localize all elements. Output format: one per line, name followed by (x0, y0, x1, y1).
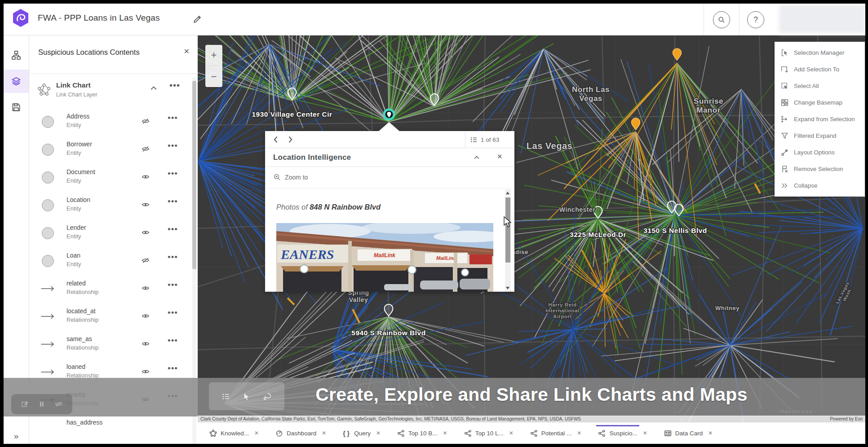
layers-icon (11, 76, 21, 86)
layer-list-item-Document[interactable]: Document Entity ••• (29, 163, 198, 191)
tab-dashboard[interactable]: Dashboard ✕ (275, 429, 326, 437)
tab-close-icon[interactable]: ✕ (441, 430, 447, 436)
visibility-on-eye-icon[interactable] (141, 284, 150, 292)
search-button[interactable] (713, 11, 730, 28)
tab-knowled-[interactable]: Knowled... ✕ (209, 429, 259, 437)
zoom-to-link[interactable]: Zoom to (285, 174, 308, 181)
context-menu-item-filtered-expand[interactable]: Filtered Expand (775, 127, 865, 144)
tab-close-icon[interactable]: ✕ (706, 430, 713, 436)
tab-close-icon[interactable]: ✕ (374, 430, 381, 436)
next-feature-icon[interactable] (286, 135, 295, 144)
pause-icon[interactable] (38, 400, 45, 408)
hide-eye-icon[interactable] (55, 400, 62, 408)
tab-data-card[interactable]: Data Card ✕ (664, 429, 713, 437)
question-icon: ? (753, 15, 758, 25)
item-options-icon[interactable]: ••• (168, 141, 178, 151)
location-photo: EANERS MailLink MailLink (276, 223, 493, 292)
tab-close-icon[interactable]: ✕ (252, 430, 259, 436)
share-icon (598, 429, 606, 437)
collapse-popup-icon[interactable] (473, 154, 480, 161)
tab-close-icon[interactable]: ✕ (641, 430, 647, 436)
item-type: Entity (66, 177, 81, 184)
lasso-select-icon[interactable] (263, 392, 272, 401)
item-options-icon[interactable]: ••• (168, 364, 178, 373)
feature-pager[interactable]: 1 of 63 (465, 131, 514, 148)
select-cursor-icon[interactable] (242, 392, 251, 401)
sidebar-item-project[interactable] (4, 44, 29, 67)
close-panel-icon[interactable]: ✕ (184, 47, 190, 56)
tab-close-icon[interactable]: ✕ (320, 430, 326, 436)
context-menu-item-selection-manager[interactable]: Selection Manager (775, 44, 865, 61)
item-options-icon[interactable]: ••• (168, 169, 178, 179)
tab-close-icon[interactable]: ✕ (507, 430, 514, 436)
layer-list-item-has_address[interactable]: has_address Relationship ••• (29, 414, 198, 442)
scroll-down-icon[interactable] (506, 287, 509, 289)
scroll-up-icon[interactable] (506, 192, 509, 194)
item-options-icon[interactable]: ••• (168, 252, 178, 262)
zoom-out-button[interactable]: − (205, 66, 222, 87)
layer-list-item-Lender[interactable]: Lender Entity ••• (29, 219, 198, 247)
visibility-off-eye-icon[interactable] (141, 117, 150, 125)
popup-scrollbar-thumb[interactable] (505, 197, 510, 263)
layer-list-item-located_at[interactable]: located_at Relationship ••• (29, 302, 198, 330)
visibility-on-eye-icon[interactable] (141, 312, 150, 320)
item-options-icon[interactable]: ••• (168, 224, 178, 234)
visibility-on-eye-icon[interactable] (141, 201, 150, 209)
panel-scrollbar-thumb[interactable] (192, 81, 196, 269)
svg-text:EANERS: EANERS (280, 247, 334, 262)
visibility-off-eye-icon[interactable] (141, 145, 150, 153)
visibility-on-eye-icon[interactable] (141, 368, 150, 376)
edit-box-icon[interactable] (21, 400, 29, 408)
layer-list-item-Address[interactable]: Address Entity ••• (29, 108, 198, 136)
tab-suspicio-[interactable]: Suspicio... ✕ (598, 429, 647, 437)
link-chart-layer-header[interactable]: Link Chart Link Chart Layer ••• (29, 74, 198, 108)
context-menu-item-select-all[interactable]: Select All (775, 78, 865, 94)
popup-title-row: Location Intelligence ✕ (265, 148, 514, 167)
item-options-icon[interactable]: ••• (168, 336, 178, 346)
tab-close-icon[interactable]: ✕ (575, 430, 581, 436)
layer-options-icon[interactable]: ••• (169, 80, 180, 91)
item-options-icon[interactable]: ••• (168, 280, 178, 290)
tab-label: Potential ... (541, 430, 572, 437)
chevron-up-icon[interactable] (150, 84, 158, 92)
layer-list-item-Loan[interactable]: Loan Entity ••• (29, 247, 198, 275)
share-icon (397, 429, 405, 437)
layer-list-item-same_as[interactable]: same_as Relationship ••• (29, 330, 198, 358)
tab-query[interactable]: { } Query ✕ (343, 429, 381, 437)
context-menu-item-add-selection-to[interactable]: Add Selection To (775, 61, 865, 78)
layer-list-item-Borrower[interactable]: Borrower Entity ••• (29, 136, 198, 163)
visibility-on-eye-icon[interactable] (141, 228, 150, 237)
context-menu-item-change-basemap[interactable]: Change Basemap (775, 94, 865, 111)
context-menu-item-expand-from-selection[interactable]: Expand from Selection (775, 111, 865, 127)
app-header: FWA - PPP Loans in Las Vegas ? (4, 4, 865, 35)
item-options-icon[interactable]: ••• (168, 113, 178, 123)
tab-top-10-b-[interactable]: Top 10 B... ✕ (397, 429, 447, 437)
item-type: Relationship (66, 316, 99, 323)
account-area-blurred[interactable] (779, 4, 865, 33)
item-options-icon[interactable]: ••• (168, 308, 178, 318)
previous-feature-icon[interactable] (271, 135, 280, 144)
sidebar-item-save[interactable] (4, 96, 29, 119)
edit-title-pencil-icon[interactable] (192, 14, 202, 24)
context-menu-item-collapse[interactable]: Collapse (775, 177, 865, 194)
zoom-in-button[interactable]: + (205, 45, 222, 66)
visibility-on-eye-icon[interactable] (141, 340, 150, 348)
popup-scrollbar[interactable] (505, 189, 511, 292)
context-menu-item-layout-options[interactable]: Layout Options (775, 144, 865, 161)
layer-list-item-Location[interactable]: Location Entity ••• (29, 191, 198, 219)
tab-label: Knowled... (221, 430, 249, 437)
tab-top-10-l-[interactable]: Top 10 L... ✕ (464, 429, 514, 437)
tab-potential-[interactable]: Potential ... ✕ (530, 429, 582, 437)
share-icon (464, 429, 472, 437)
layer-list-item-related[interactable]: related Relationship ••• (29, 275, 198, 302)
item-options-icon[interactable]: ••• (168, 197, 178, 206)
expand-rail-button[interactable]: » (4, 431, 29, 441)
tab-label: Dashboard (287, 430, 316, 437)
context-menu-item-remove-selection[interactable]: Remove Selection (775, 161, 865, 177)
close-popup-icon[interactable]: ✕ (497, 153, 503, 161)
visibility-on-eye-icon[interactable] (141, 173, 150, 181)
legend-list-icon[interactable] (221, 392, 230, 401)
help-button[interactable]: ? (747, 11, 764, 28)
visibility-off-eye-icon[interactable] (141, 256, 150, 264)
sidebar-item-contents[interactable] (4, 70, 29, 93)
